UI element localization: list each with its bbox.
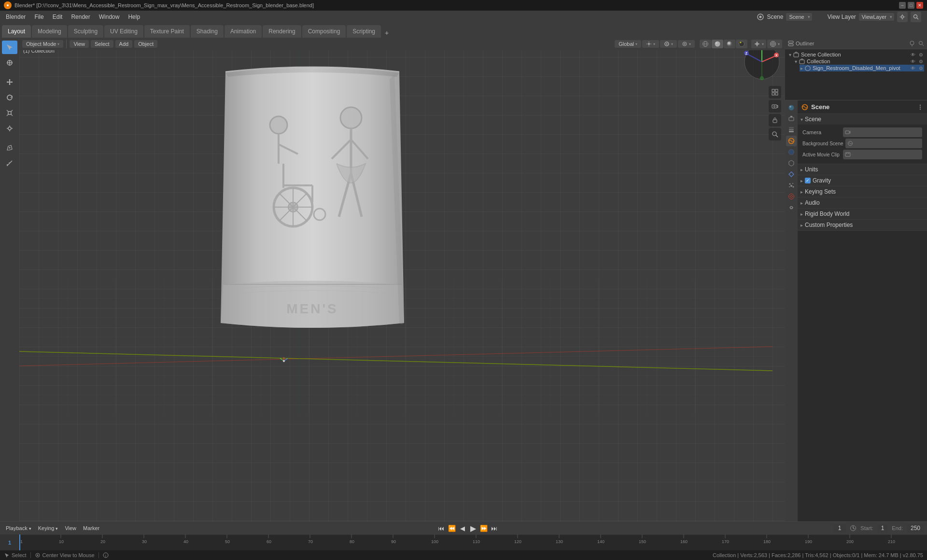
prop-tab-constraints[interactable] xyxy=(786,202,797,213)
prop-tab-particles[interactable] xyxy=(786,180,797,191)
tab-compositing[interactable]: Compositing xyxy=(302,25,346,38)
view-menu[interactable]: View xyxy=(70,40,89,48)
keying-menu[interactable]: Keying ▾ xyxy=(35,524,61,532)
snap-toggle[interactable]: ▾ xyxy=(660,40,677,48)
tab-shading[interactable]: Shading xyxy=(191,25,224,38)
viewport-gizmos-toggle[interactable]: ▾ xyxy=(751,40,766,48)
prop-tab-world[interactable] xyxy=(786,147,797,157)
add-menu[interactable]: Add xyxy=(115,40,133,48)
outliner-object-item[interactable]: ▸ Sign_Restroom_Disabled_Men_pivot 👁 ⚙ xyxy=(800,65,924,71)
svg-text:160: 160 xyxy=(680,539,688,544)
menu-window[interactable]: Window xyxy=(95,12,124,22)
tool-move[interactable] xyxy=(2,75,17,89)
object-mode-selector[interactable]: Object Mode ▾ xyxy=(22,40,63,48)
tab-rendering[interactable]: Rendering xyxy=(263,25,301,38)
shading-rendered-btn[interactable] xyxy=(736,40,747,48)
grid-view-button[interactable] xyxy=(769,86,781,98)
outliner-scene-collection[interactable]: ▾ Scene Collection 👁 ⚙ xyxy=(788,51,924,58)
proportional-toggle[interactable]: ▾ xyxy=(678,40,695,48)
current-frame-input[interactable]: 1 xyxy=(833,524,846,532)
tab-modeling[interactable]: Modeling xyxy=(32,25,67,38)
prop-tab-output[interactable] xyxy=(786,113,797,124)
gravity-section-toggle[interactable]: ▸ ✓ Gravity xyxy=(798,175,927,186)
tool-scale[interactable] xyxy=(2,106,17,120)
shading-wireframe-btn[interactable] xyxy=(700,40,711,48)
svg-point-125 xyxy=(789,186,790,187)
tool-measure[interactable] xyxy=(2,156,17,170)
tool-rotate[interactable] xyxy=(2,91,17,104)
next-frame-button[interactable]: ⏩ xyxy=(479,524,488,532)
transform-global-selector[interactable]: Global ▾ xyxy=(615,40,641,48)
svg-rect-11 xyxy=(8,112,11,114)
tab-scripting[interactable]: Scripting xyxy=(347,25,381,38)
bg-scene-value[interactable] xyxy=(845,139,922,148)
playback-menu[interactable]: Playback ▾ xyxy=(3,524,34,532)
timeline-track[interactable]: 1 10 20 30 40 50 60 70 xyxy=(0,534,927,551)
props-menu-icon[interactable] xyxy=(917,104,923,110)
view-search-button[interactable] xyxy=(769,128,781,140)
menu-blender[interactable]: Blender xyxy=(2,12,29,22)
tab-sculpting[interactable]: Sculpting xyxy=(68,25,103,38)
menu-render[interactable]: Render xyxy=(67,12,94,22)
custom-props-toggle[interactable]: ▸ Custom Properties xyxy=(798,220,927,230)
view-lock-button[interactable] xyxy=(769,114,781,126)
close-button[interactable]: ✕ xyxy=(916,2,923,9)
viewport-3d[interactable]: MEN'S User Perspective (Local) (1) Colle… xyxy=(19,38,785,531)
maximize-button[interactable]: □ xyxy=(908,2,914,9)
units-section-toggle[interactable]: ▸ Units xyxy=(798,164,927,175)
camera-value[interactable] xyxy=(843,127,922,137)
prop-tab-physics[interactable] xyxy=(786,191,797,202)
play-reverse-button[interactable]: ◀ xyxy=(458,524,467,532)
pivot-selector[interactable]: ▾ xyxy=(642,40,659,48)
jump-end-button[interactable]: ⏭ xyxy=(490,524,499,532)
select-menu[interactable]: Select xyxy=(91,40,113,48)
menu-file[interactable]: File xyxy=(30,12,47,22)
tab-uv-editing[interactable]: UV Editing xyxy=(104,25,143,38)
menu-edit[interactable]: Edit xyxy=(49,12,67,22)
tab-layout[interactable]: Layout xyxy=(2,25,31,38)
object-menu[interactable]: Object xyxy=(134,40,157,48)
end-frame-input[interactable]: 250 xyxy=(907,524,924,532)
tool-transform[interactable] xyxy=(2,122,17,135)
gravity-checkbox[interactable]: ✓ xyxy=(805,178,811,183)
play-button[interactable]: ▶ xyxy=(469,524,478,532)
tool-select[interactable] xyxy=(2,41,17,54)
keying-sets-toggle[interactable]: ▸ Keying Sets xyxy=(798,186,927,197)
tab-texture-paint[interactable]: Texture Paint xyxy=(144,25,190,38)
filter-icon[interactable] xyxy=(909,41,915,46)
prop-tab-object[interactable] xyxy=(786,158,797,168)
info-icon: i xyxy=(103,552,109,558)
settings-button[interactable] xyxy=(897,12,908,22)
tool-cursor[interactable] xyxy=(2,56,17,70)
view-layer-selector[interactable]: ViewLayer ▾ xyxy=(859,13,894,21)
prop-tab-render[interactable] xyxy=(786,102,797,113)
viewport-overlays-toggle[interactable]: ▾ xyxy=(767,40,782,48)
rigid-body-toggle[interactable]: ▸ Rigid Body World xyxy=(798,209,927,219)
scene-selector[interactable]: Scene ▾ xyxy=(786,13,812,21)
movie-clip-value[interactable] xyxy=(843,150,922,159)
start-frame-input[interactable]: 1 xyxy=(877,524,888,532)
view-camera-button[interactable] xyxy=(769,100,781,112)
timeline-frame-indicator[interactable]: 1 xyxy=(0,534,19,551)
prop-tab-scene[interactable] xyxy=(786,136,797,146)
prop-tab-view-layer[interactable] xyxy=(786,125,797,135)
menu-help[interactable]: Help xyxy=(124,12,144,22)
outliner-collection[interactable]: ▾ Collection 👁 ⚙ xyxy=(794,58,924,65)
add-workspace-button[interactable]: + xyxy=(382,28,392,38)
prev-frame-button[interactable]: ⏪ xyxy=(448,524,456,532)
marker-menu[interactable]: Marker xyxy=(80,524,102,532)
scene-section-toggle[interactable]: ▾ Scene xyxy=(798,114,927,125)
shading-solid-btn[interactable] xyxy=(712,40,723,48)
outliner-search-icon[interactable] xyxy=(918,41,924,46)
shading-material-btn[interactable] xyxy=(724,40,735,48)
tool-annotate[interactable] xyxy=(2,141,17,154)
tab-animation[interactable]: Animation xyxy=(225,25,262,38)
jump-start-button[interactable]: ⏮ xyxy=(437,524,446,532)
prop-tab-modifier[interactable] xyxy=(786,169,797,180)
audio-section-toggle[interactable]: ▸ Audio xyxy=(798,197,927,208)
minimize-button[interactable]: – xyxy=(899,2,906,9)
svg-text:20: 20 xyxy=(100,539,105,544)
outliner-header: Outliner xyxy=(785,38,927,49)
search-button[interactable] xyxy=(911,12,921,22)
view-menu-timeline[interactable]: View xyxy=(62,524,79,532)
